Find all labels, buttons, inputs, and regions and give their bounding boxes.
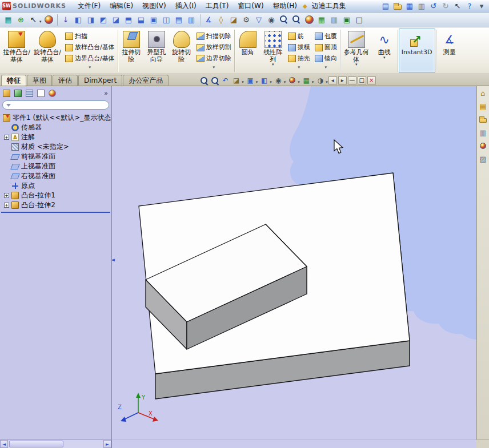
boss-stack-dropdown[interactable]: ▾ xyxy=(64,66,116,69)
sketch-grid-icon[interactable]: ▦ xyxy=(2,14,14,26)
tab-features[interactable]: 特征 xyxy=(1,75,26,86)
edit-appearance-icon[interactable] xyxy=(287,75,297,85)
hide-show-items-icon[interactable]: ◉ xyxy=(274,75,283,85)
select-arrow-icon[interactable]: ↖ xyxy=(27,14,39,26)
arrow-down-icon[interactable]: ↓ xyxy=(60,14,72,26)
shell-button[interactable]: 抽壳 xyxy=(287,55,311,62)
swept-cut-button[interactable]: 扫描切除 xyxy=(195,33,233,40)
fillet-button[interactable]: 圆角 xyxy=(235,29,260,73)
hide-show-icon[interactable]: ◉ xyxy=(266,14,278,26)
tree-item-sensors[interactable]: 传感器 xyxy=(0,123,111,132)
3d-viewport-canvas[interactable]: Y X Z xyxy=(112,86,476,439)
expand-toggle[interactable]: + xyxy=(4,193,9,198)
view-orientation-icon[interactable]: ▣ xyxy=(246,75,255,85)
display-style-icon[interactable]: ◧ xyxy=(259,75,269,85)
top-view-icon[interactable]: ⬒ xyxy=(123,14,135,26)
tab-evaluate[interactable]: 评估 xyxy=(53,75,78,86)
zoom-area-icon[interactable] xyxy=(210,75,219,85)
right-view-icon[interactable]: ◪ xyxy=(110,14,122,26)
menu-file[interactable]: 文件(F) xyxy=(73,0,105,12)
panel-overflow-chevron[interactable]: » xyxy=(104,90,110,97)
linear-pattern-button[interactable]: 线性阵列 ▾ xyxy=(260,29,286,73)
save-icon[interactable]: ▦ xyxy=(404,1,415,11)
lofted-boss-button[interactable]: 放样凸台/基体 xyxy=(64,44,116,51)
menu-tools[interactable]: 工具(T) xyxy=(201,0,234,12)
minimize-icon[interactable]: — xyxy=(348,76,356,84)
zoom-fit-icon[interactable] xyxy=(199,75,209,85)
zoom-icon[interactable] xyxy=(278,14,290,26)
tree-item-origin[interactable]: 原点 xyxy=(0,181,111,191)
rib-stack-dropdown[interactable]: ▾ xyxy=(287,66,311,69)
mirror-button[interactable]: 镜向 xyxy=(314,55,338,62)
section-view-icon-dropdown[interactable]: ▾ xyxy=(242,80,244,84)
apply-scene-icon-dropdown[interactable]: ▾ xyxy=(312,80,314,84)
featuremanager-tab-icon[interactable] xyxy=(2,88,11,98)
rib-button[interactable]: 筋 xyxy=(287,33,311,40)
configurationmanager-tab-icon[interactable] xyxy=(25,88,34,98)
hide-show-items-icon-dropdown[interactable]: ▾ xyxy=(284,80,286,84)
fullscreen-icon[interactable]: □ xyxy=(354,14,366,26)
select-cursor-icon[interactable]: ↖ xyxy=(452,1,463,11)
tree-item-annotations[interactable]: + 注解 xyxy=(0,132,111,142)
tree-item-boss-extrude1[interactable]: + 凸台-拉伸1 xyxy=(0,191,111,200)
tree-item-front-plane[interactable]: 前视基准面 xyxy=(0,152,111,162)
options-gear-icon[interactable]: ⚙ xyxy=(241,14,252,26)
expand-toggle[interactable]: + xyxy=(4,135,9,140)
pane-expand-right-icon[interactable]: ▸ xyxy=(338,76,347,84)
instant3d-button[interactable]: Instant3D xyxy=(399,29,435,73)
displaymanager-tab-icon[interactable] xyxy=(47,88,57,98)
measure-button[interactable]: 测量 xyxy=(437,29,462,73)
scene-icon[interactable]: ▦ xyxy=(316,14,328,26)
bottom-view-icon[interactable]: ⬓ xyxy=(135,14,147,26)
measure-icon[interactable]: ∡ xyxy=(203,14,215,26)
extruded-boss-button[interactable]: 拉伸凸台/基体 xyxy=(1,29,32,73)
apply-scene-icon[interactable]: ▦ xyxy=(302,75,311,85)
rollback-bar[interactable] xyxy=(1,212,110,213)
menu-help[interactable]: 帮助(H) xyxy=(268,0,302,12)
view-settings-icon-dropdown[interactable]: ▾ xyxy=(326,80,328,84)
tree-root-part[interactable]: 零件1 (默认<<默认>_显示状态 xyxy=(0,112,111,123)
reference-geometry-button[interactable]: 参考几何体 ▾ xyxy=(341,29,372,73)
custom-properties-icon[interactable]: ▨ xyxy=(478,154,488,164)
undo-icon[interactable]: ↺ xyxy=(428,1,439,11)
revolved-boss-button[interactable]: 旋转凸台/基体 xyxy=(32,29,63,73)
wrap-button[interactable]: 包覆 xyxy=(314,33,338,40)
panel-splitter-arrow[interactable]: ◄ xyxy=(112,257,115,263)
tab-dimxpert[interactable]: DimXpert xyxy=(78,75,122,86)
lofted-cut-button[interactable]: 放样切割 xyxy=(195,44,233,51)
isometric-view-icon[interactable]: ▣ xyxy=(148,14,160,26)
previous-view-icon[interactable]: ↶ xyxy=(221,75,230,85)
view-palette-icon[interactable]: ▥ xyxy=(478,128,488,138)
selection-filter-icon[interactable]: ▽ xyxy=(253,14,265,26)
cut-stack-dropdown[interactable]: ▾ xyxy=(195,66,233,69)
left-view-icon[interactable]: ◩ xyxy=(98,14,110,26)
view-settings-icon[interactable]: ◑ xyxy=(315,75,325,85)
restore-icon[interactable]: □ xyxy=(358,76,366,84)
draft-button[interactable]: 拔模 xyxy=(287,44,311,51)
edit-appearance-icon-dropdown[interactable]: ▾ xyxy=(298,80,300,84)
tree-horizontal-scrollbar[interactable]: ◄ ► xyxy=(0,439,112,448)
curves-button[interactable]: 曲线 ▾ xyxy=(372,29,397,73)
appearance-icon[interactable] xyxy=(303,14,315,26)
feature-filter-input[interactable] xyxy=(13,102,105,108)
display-style-icon-dropdown[interactable]: ▾ xyxy=(270,80,272,84)
scrollbar-thumb[interactable] xyxy=(9,441,63,447)
rebuild-icon[interactable] xyxy=(43,14,55,26)
swept-boss-button[interactable]: 扫描 xyxy=(64,33,116,40)
trimetric-view-icon[interactable]: ▤ xyxy=(173,14,185,26)
section-properties-icon[interactable]: ◪ xyxy=(228,14,240,26)
normal-to-view-icon[interactable]: ▥ xyxy=(186,14,198,26)
extruded-cut-button[interactable]: 拉伸切除 xyxy=(119,29,144,73)
solidworks-resources-icon[interactable]: ⌂ xyxy=(478,88,488,98)
boundary-boss-button[interactable]: 边界凸台/基体 xyxy=(64,55,116,62)
front-view-icon[interactable]: ◧ xyxy=(73,14,85,26)
menu-insert[interactable]: 插入(I) xyxy=(171,0,201,12)
task-pane-icon[interactable]: ▥ xyxy=(328,14,340,26)
tree-item-material[interactable]: 材质 <未指定> xyxy=(0,142,111,152)
close-icon[interactable]: × xyxy=(367,76,376,84)
menu-view[interactable]: 视图(V) xyxy=(138,0,171,12)
revolved-cut-button[interactable]: 旋转切除 xyxy=(169,29,194,73)
pane-collapse-left-icon[interactable]: ◂ xyxy=(328,76,337,84)
redo-icon[interactable]: ↻ xyxy=(440,1,451,11)
boundary-cut-button[interactable]: 边界切除 xyxy=(195,55,233,62)
